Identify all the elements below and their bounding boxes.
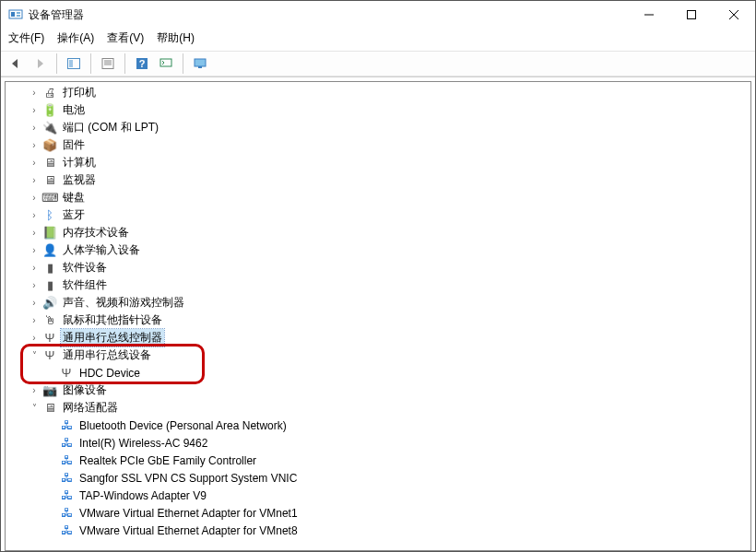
- device-category-icon: 🖥: [42, 173, 57, 188]
- device-category-icon: 🖧: [59, 488, 74, 503]
- menu-help[interactable]: 帮助(H): [157, 30, 195, 46]
- device-tree-node[interactable]: ›🔊声音、视频和游戏控制器: [6, 294, 750, 311]
- svg-rect-3: [17, 15, 20, 17]
- device-node-label: 通用串行总线设备: [61, 346, 153, 364]
- device-node-label: 端口 (COM 和 LPT): [61, 119, 160, 136]
- expander-none: [44, 367, 57, 380]
- expander-closed-icon[interactable]: ›: [28, 384, 41, 397]
- device-tree-node[interactable]: ›▮软件设备: [6, 259, 750, 276]
- close-button[interactable]: [713, 1, 755, 29]
- expander-closed-icon[interactable]: ›: [28, 332, 41, 345]
- device-node-label: Realtek PCIe GbE Family Controller: [77, 453, 258, 468]
- device-tree-node[interactable]: ›📷图像设备: [6, 382, 750, 399]
- expander-closed-icon[interactable]: ›: [28, 122, 41, 135]
- device-tree-node[interactable]: 🖧VMware Virtual Ethernet Adapter for VMn…: [6, 504, 750, 522]
- device-tree-node[interactable]: 🖧Realtek PCIe GbE Family Controller: [6, 452, 750, 469]
- nav-back-button[interactable]: [5, 53, 27, 74]
- help-button[interactable]: ?: [131, 53, 153, 74]
- device-tree-node[interactable]: ›🔌端口 (COM 和 LPT): [6, 119, 750, 136]
- expander-none: [44, 507, 57, 520]
- minimize-button[interactable]: [628, 1, 670, 29]
- expander-open-icon[interactable]: ˅: [28, 349, 41, 362]
- window-title: 设备管理器: [29, 7, 628, 23]
- nav-forward-button[interactable]: [29, 53, 51, 74]
- device-tree[interactable]: ›🖨打印机›🔋电池›🔌端口 (COM 和 LPT)›📦固件›🖥计算机›🖥监视器›…: [6, 82, 750, 550]
- device-tree-node[interactable]: ΨHDC Device: [6, 364, 750, 382]
- expander-closed-icon[interactable]: ›: [28, 314, 41, 327]
- expander-none: [44, 454, 57, 467]
- device-tree-node[interactable]: 🖧TAP-Windows Adapter V9: [6, 487, 750, 504]
- device-tree-panel: ›🖨打印机›🔋电池›🔌端口 (COM 和 LPT)›📦固件›🖥计算机›🖥监视器›…: [5, 81, 751, 551]
- expander-closed-icon[interactable]: ›: [28, 174, 41, 187]
- device-tree-node[interactable]: ˅🖥网络适配器: [6, 399, 750, 417]
- show-hide-tree-button[interactable]: [63, 53, 85, 74]
- device-node-label: 电池: [61, 101, 87, 119]
- device-category-icon: 📦: [42, 138, 57, 153]
- device-node-label: 计算机: [61, 154, 98, 171]
- device-tree-node[interactable]: ›🔋电池: [6, 101, 750, 119]
- device-node-label: 图像设备: [61, 382, 109, 399]
- device-node-label: 内存技术设备: [61, 224, 131, 241]
- expander-closed-icon[interactable]: ›: [28, 104, 41, 117]
- device-tree-node[interactable]: ›🖱鼠标和其他指针设备: [6, 311, 750, 329]
- device-tree-node[interactable]: ›▮软件组件: [6, 276, 750, 294]
- device-category-icon: 🖧: [59, 436, 74, 451]
- device-tree-node[interactable]: ›👤人体学输入设备: [6, 241, 750, 259]
- toolbar: ?: [1, 51, 755, 76]
- device-category-icon: Ψ: [59, 366, 74, 381]
- expander-none: [44, 419, 57, 432]
- device-category-icon: ᛒ: [42, 208, 57, 223]
- properties-button[interactable]: [97, 53, 119, 74]
- device-category-icon: 🖧: [59, 523, 74, 538]
- toolbar-separator: [124, 53, 125, 74]
- device-tree-node[interactable]: ›⌨键盘: [6, 189, 750, 206]
- expander-open-icon[interactable]: ˅: [28, 402, 41, 415]
- expander-closed-icon[interactable]: ›: [28, 192, 41, 205]
- expander-closed-icon[interactable]: ›: [28, 139, 41, 152]
- device-tree-node[interactable]: 🖧VMware Virtual Ethernet Adapter for VMn…: [6, 522, 750, 539]
- device-tree-node[interactable]: 🖧Intel(R) Wireless-AC 9462: [6, 434, 750, 452]
- expander-closed-icon[interactable]: ›: [28, 227, 41, 240]
- monitor-view-button[interactable]: [189, 53, 211, 74]
- device-tree-node[interactable]: ›🖥监视器: [6, 171, 750, 189]
- expander-closed-icon[interactable]: ›: [28, 262, 41, 275]
- expander-none: [44, 437, 57, 450]
- app-icon: [8, 7, 23, 22]
- device-category-icon: 🖧: [59, 506, 74, 521]
- expander-closed-icon[interactable]: ›: [28, 157, 41, 170]
- device-category-icon: 🖧: [59, 471, 74, 486]
- expander-none: [44, 472, 57, 485]
- svg-rect-2: [17, 12, 20, 14]
- scan-hardware-button[interactable]: [155, 53, 177, 74]
- device-node-label: VMware Virtual Ethernet Adapter for VMne…: [77, 506, 300, 521]
- menu-view[interactable]: 查看(V): [107, 30, 144, 46]
- device-tree-node[interactable]: 🖧Bluetooth Device (Personal Area Network…: [6, 417, 750, 434]
- device-tree-node[interactable]: ˅Ψ通用串行总线设备: [6, 346, 750, 364]
- toolbar-separator: [183, 53, 183, 74]
- expander-closed-icon[interactable]: ›: [28, 87, 41, 100]
- device-tree-node[interactable]: ›ᛒ蓝牙: [6, 206, 750, 224]
- device-node-label: 声音、视频和游戏控制器: [61, 294, 186, 311]
- menu-file[interactable]: 文件(F): [8, 30, 44, 46]
- device-category-icon: 🖧: [59, 418, 74, 433]
- menu-action[interactable]: 操作(A): [57, 30, 94, 46]
- device-category-icon: ⌨: [42, 191, 57, 206]
- device-tree-node[interactable]: ›📗内存技术设备: [6, 224, 750, 241]
- device-category-icon: ▮: [42, 278, 57, 293]
- maximize-button[interactable]: [670, 1, 713, 29]
- device-category-icon: 🖥: [42, 156, 57, 170]
- expander-closed-icon[interactable]: ›: [28, 244, 41, 257]
- expander-closed-icon[interactable]: ›: [28, 279, 41, 292]
- expander-closed-icon[interactable]: ›: [28, 297, 41, 310]
- device-node-label: 鼠标和其他指针设备: [61, 311, 164, 329]
- device-tree-node[interactable]: ›📦固件: [6, 136, 750, 154]
- device-node-label: Sangfor SSL VPN CS Support System VNIC: [77, 471, 299, 486]
- expander-closed-icon[interactable]: ›: [28, 209, 41, 222]
- svg-rect-5: [688, 11, 696, 19]
- device-tree-node[interactable]: ›🖥计算机: [6, 154, 750, 171]
- window-controls: [628, 1, 755, 29]
- device-tree-node[interactable]: 🖧Sangfor SSL VPN CS Support System VNIC: [6, 469, 750, 487]
- device-tree-node[interactable]: ›🖨打印机: [6, 84, 750, 101]
- device-tree-node[interactable]: ›Ψ通用串行总线控制器: [6, 329, 750, 346]
- svg-text:?: ?: [139, 58, 146, 69]
